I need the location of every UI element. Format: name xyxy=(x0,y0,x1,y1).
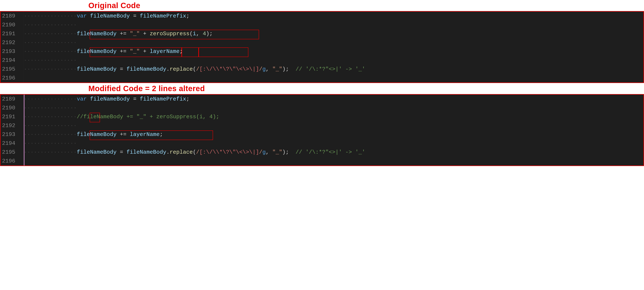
code-line[interactable]: 2191 ················//fileNameBody += "… xyxy=(0,112,644,121)
code-text[interactable] xyxy=(24,157,644,166)
code-line[interactable]: 2189 ················var fileNameBody = … xyxy=(0,95,644,103)
editor-original: 2189 ················var fileNameBody = … xyxy=(0,11,644,83)
code-text[interactable] xyxy=(24,74,644,82)
fold-gutter xyxy=(18,139,24,148)
line-number: 2196 xyxy=(0,157,18,166)
code-line[interactable]: 2189 ················var fileNameBody = … xyxy=(0,12,644,21)
code-text[interactable]: ················//fileNameBody += "_" + … xyxy=(24,112,644,121)
code-line[interactable]: 2194 ················ xyxy=(0,139,644,148)
line-number: 2191 xyxy=(0,112,18,121)
code-line[interactable]: 2193 ················fileNameBody += "_"… xyxy=(0,47,644,56)
line-number: 2189 xyxy=(0,95,18,103)
heading-modified: Modified Code = 2 lines altered xyxy=(0,83,644,94)
fold-gutter xyxy=(18,38,24,47)
line-number: 2193 xyxy=(0,130,18,139)
fold-gutter xyxy=(18,148,24,157)
fold-gutter xyxy=(18,130,24,139)
fold-gutter xyxy=(18,157,24,166)
fold-gutter xyxy=(18,56,24,65)
line-number: 2195 xyxy=(0,148,18,157)
line-number: 2189 xyxy=(0,12,18,21)
fold-gutter xyxy=(18,47,24,56)
code-text[interactable]: ················fileNameBody += "_" + la… xyxy=(24,47,644,56)
line-number: 2194 xyxy=(0,139,18,148)
line-number: 2193 xyxy=(0,47,18,56)
line-number: 2190 xyxy=(0,103,18,112)
code-text[interactable]: ················ xyxy=(24,121,644,130)
code-line[interactable]: 2195 ················fileNameBody = file… xyxy=(0,65,644,74)
fold-gutter xyxy=(18,103,24,112)
line-number: 2194 xyxy=(0,56,18,65)
line-number: 2191 xyxy=(0,29,18,38)
line-number: 2195 xyxy=(0,65,18,74)
fold-gutter xyxy=(18,12,24,21)
code-line[interactable]: 2194 ················ xyxy=(0,56,644,65)
fold-gutter xyxy=(18,74,24,82)
line-number: 2196 xyxy=(0,74,18,82)
code-text[interactable]: ················fileNameBody += "_" + ze… xyxy=(24,29,644,38)
code-text[interactable]: ················ xyxy=(24,139,644,148)
fold-gutter xyxy=(18,121,24,130)
line-number: 2192 xyxy=(0,121,18,130)
heading-original: Original Code xyxy=(0,0,644,11)
code-line[interactable]: 2192 ················ xyxy=(0,38,644,47)
fold-gutter xyxy=(18,95,24,103)
code-text[interactable]: ················var fileNameBody = fileN… xyxy=(24,12,644,21)
code-text[interactable]: ················ xyxy=(24,56,644,65)
code-line[interactable]: 2195 ················fileNameBody = file… xyxy=(0,148,644,157)
code-text[interactable]: ················fileNameBody += layerNam… xyxy=(24,130,644,139)
code-text[interactable]: ················fileNameBody = fileNameB… xyxy=(24,65,644,74)
code-line[interactable]: 2193 ················fileNameBody += lay… xyxy=(0,130,644,139)
code-line[interactable]: 2196 xyxy=(0,74,644,82)
fold-gutter xyxy=(18,21,24,29)
fold-gutter xyxy=(18,112,24,121)
code-line[interactable]: 2196 xyxy=(0,157,644,166)
line-number: 2192 xyxy=(0,38,18,47)
code-text[interactable]: ················fileNameBody = fileNameB… xyxy=(24,148,644,157)
code-line[interactable]: 2190 ················ xyxy=(0,103,644,112)
editor-modified: 2189 ················var fileNameBody = … xyxy=(0,94,644,166)
code-text[interactable]: ················var fileNameBody = fileN… xyxy=(24,95,644,103)
code-line[interactable]: 2192 ················ xyxy=(0,121,644,130)
code-text[interactable]: ················ xyxy=(24,103,644,112)
line-number: 2190 xyxy=(0,21,18,29)
code-text[interactable]: ················ xyxy=(24,21,644,29)
code-line[interactable]: 2190 ················ xyxy=(0,21,644,29)
code-line[interactable]: 2191 ················fileNameBody += "_"… xyxy=(0,29,644,38)
fold-gutter xyxy=(18,29,24,38)
fold-gutter xyxy=(18,65,24,74)
code-text[interactable]: ················ xyxy=(24,38,644,47)
